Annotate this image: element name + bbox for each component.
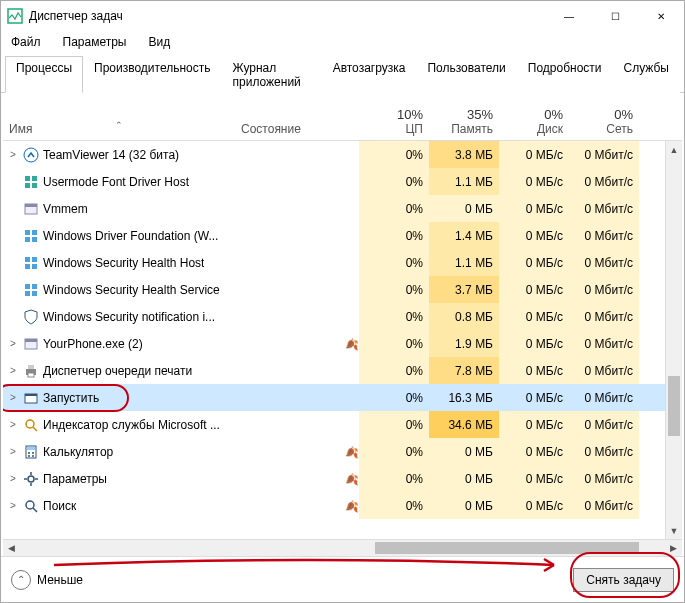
disk-cell: 0 МБ/с bbox=[499, 249, 569, 276]
memory-cell: 3.8 МБ bbox=[429, 141, 499, 168]
svg-rect-14 bbox=[25, 264, 30, 269]
process-row[interactable]: >Поиск🍂0%0 МБ0 МБ/с0 Мбит/с bbox=[3, 492, 682, 519]
close-button[interactable]: ✕ bbox=[638, 1, 684, 31]
cpu-cell: 0% bbox=[359, 303, 429, 330]
col-name-header[interactable]: ⌃ Имя bbox=[3, 120, 235, 140]
expand-icon[interactable]: > bbox=[7, 446, 19, 457]
scroll-up-icon[interactable]: ▲ bbox=[666, 141, 682, 158]
menu-file[interactable]: Файл bbox=[7, 33, 45, 51]
expand-icon[interactable]: > bbox=[7, 500, 19, 511]
col-cpu-header[interactable]: 10% ЦП bbox=[359, 105, 429, 140]
svg-rect-3 bbox=[32, 176, 37, 181]
disk-cell: 0 МБ/с bbox=[499, 303, 569, 330]
maximize-button[interactable]: ☐ bbox=[592, 1, 638, 31]
expand-icon[interactable]: > bbox=[7, 473, 19, 484]
process-row[interactable]: >TeamViewer 14 (32 бита)0%3.8 МБ0 МБ/с0 … bbox=[3, 141, 682, 168]
process-row[interactable]: Windows Security Health Host0%1.1 МБ0 МБ… bbox=[3, 249, 682, 276]
process-row[interactable]: Windows Security notification i...0%0.8 … bbox=[3, 303, 682, 330]
process-icon bbox=[23, 444, 39, 460]
svg-rect-18 bbox=[25, 291, 30, 296]
net-usage-pct: 0% bbox=[614, 107, 633, 122]
cpu-cell: 0% bbox=[359, 222, 429, 249]
process-icon bbox=[23, 174, 39, 190]
disk-cell: 0 МБ/с bbox=[499, 438, 569, 465]
process-name: Windows Security Health Service bbox=[43, 283, 220, 297]
menu-view[interactable]: Вид bbox=[144, 33, 174, 51]
scroll-down-icon[interactable]: ▼ bbox=[666, 522, 682, 539]
tab-users[interactable]: Пользователи bbox=[416, 56, 516, 93]
network-cell: 0 Мбит/с bbox=[569, 465, 639, 492]
col-network-header[interactable]: 0% Сеть bbox=[569, 105, 639, 140]
col-disk-header[interactable]: 0% Диск bbox=[499, 105, 569, 140]
process-row[interactable]: Usermode Font Driver Host0%1.1 МБ0 МБ/с0… bbox=[3, 168, 682, 195]
tabstrip: Процессы Производительность Журнал прило… bbox=[1, 55, 684, 93]
scroll-thumb[interactable] bbox=[668, 376, 680, 436]
expand-icon[interactable] bbox=[7, 284, 19, 295]
col-memory-header[interactable]: 35% Память bbox=[429, 105, 499, 140]
network-cell: 0 Мбит/с bbox=[569, 141, 639, 168]
tab-services[interactable]: Службы bbox=[613, 56, 680, 93]
process-name: Windows Driver Foundation (W... bbox=[43, 229, 218, 243]
leaf-icon: 🍂 bbox=[345, 473, 359, 485]
hscroll-track[interactable] bbox=[20, 540, 665, 556]
expand-icon[interactable]: > bbox=[7, 149, 19, 160]
expand-icon[interactable]: > bbox=[7, 392, 19, 403]
expand-icon[interactable] bbox=[7, 230, 19, 241]
memory-cell: 1.9 МБ bbox=[429, 330, 499, 357]
process-row[interactable]: Windows Security Health Service0%3.7 МБ0… bbox=[3, 276, 682, 303]
process-row[interactable]: >YourPhone.exe (2)🍂0%1.9 МБ0 МБ/с0 Мбит/… bbox=[3, 330, 682, 357]
tab-startup[interactable]: Автозагрузка bbox=[322, 56, 417, 93]
vertical-scrollbar[interactable]: ▲ ▼ bbox=[665, 141, 682, 539]
tab-performance[interactable]: Производительность bbox=[83, 56, 221, 93]
disk-label: Диск bbox=[537, 122, 563, 136]
horizontal-scrollbar[interactable]: ◀ ▶ bbox=[3, 539, 682, 556]
expand-icon[interactable]: > bbox=[7, 365, 19, 376]
svg-rect-5 bbox=[32, 183, 37, 188]
tab-processes[interactable]: Процессы bbox=[5, 56, 83, 93]
cpu-cell: 0% bbox=[359, 195, 429, 222]
tab-details[interactable]: Подробности bbox=[517, 56, 613, 93]
process-row[interactable]: >Диспетчер очереди печати0%7.8 МБ0 МБ/с0… bbox=[3, 357, 682, 384]
menubar: Файл Параметры Вид bbox=[1, 31, 684, 55]
expand-icon[interactable]: > bbox=[7, 419, 19, 430]
network-cell: 0 Мбит/с bbox=[569, 168, 639, 195]
process-row[interactable]: >Параметры🍂0%0 МБ0 МБ/с0 Мбит/с bbox=[3, 465, 682, 492]
scroll-track[interactable] bbox=[666, 158, 682, 522]
minimize-button[interactable]: — bbox=[546, 1, 592, 31]
expand-icon[interactable] bbox=[7, 311, 19, 322]
memory-cell: 7.8 МБ bbox=[429, 357, 499, 384]
disk-cell: 0 МБ/с bbox=[499, 465, 569, 492]
scroll-right-icon[interactable]: ▶ bbox=[665, 540, 682, 556]
expand-icon[interactable] bbox=[7, 203, 19, 214]
memory-cell: 1.1 МБ bbox=[429, 249, 499, 276]
process-icon bbox=[23, 309, 39, 325]
memory-cell: 0 МБ bbox=[429, 195, 499, 222]
process-row[interactable]: >Калькулятор🍂0%0 МБ0 МБ/с0 Мбит/с bbox=[3, 438, 682, 465]
process-row[interactable]: >Индексатор службы Microsoft ...0%34.6 М… bbox=[3, 411, 682, 438]
col-status-header[interactable]: Состояние bbox=[235, 120, 359, 140]
mem-label: Память bbox=[451, 122, 493, 136]
process-row[interactable]: Vmmem0%0 МБ0 МБ/с0 Мбит/с bbox=[3, 195, 682, 222]
tab-app-history[interactable]: Журнал приложений bbox=[222, 56, 322, 93]
process-name: Индексатор службы Microsoft ... bbox=[43, 418, 220, 432]
scroll-left-icon[interactable]: ◀ bbox=[3, 540, 20, 556]
expand-icon[interactable] bbox=[7, 257, 19, 268]
window-title: Диспетчер задач bbox=[29, 9, 546, 23]
svg-point-1 bbox=[24, 148, 38, 162]
expand-icon[interactable] bbox=[7, 176, 19, 187]
process-icon bbox=[23, 147, 39, 163]
fewer-details-button[interactable]: ⌃ Меньше bbox=[11, 570, 83, 590]
cpu-cell: 0% bbox=[359, 357, 429, 384]
network-cell: 0 Мбит/с bbox=[569, 330, 639, 357]
svg-point-31 bbox=[28, 452, 30, 454]
memory-cell: 0 МБ bbox=[429, 465, 499, 492]
expand-icon[interactable]: > bbox=[7, 338, 19, 349]
menu-options[interactable]: Параметры bbox=[59, 33, 131, 51]
end-task-button[interactable]: Снять задачу bbox=[573, 568, 674, 592]
cpu-cell: 0% bbox=[359, 411, 429, 438]
process-row[interactable]: >Запустить0%16.3 МБ0 МБ/с0 Мбит/с bbox=[3, 384, 682, 411]
network-cell: 0 Мбит/с bbox=[569, 357, 639, 384]
process-row[interactable]: Windows Driver Foundation (W...0%1.4 МБ0… bbox=[3, 222, 682, 249]
hscroll-thumb[interactable] bbox=[375, 542, 639, 554]
disk-cell: 0 МБ/с bbox=[499, 195, 569, 222]
